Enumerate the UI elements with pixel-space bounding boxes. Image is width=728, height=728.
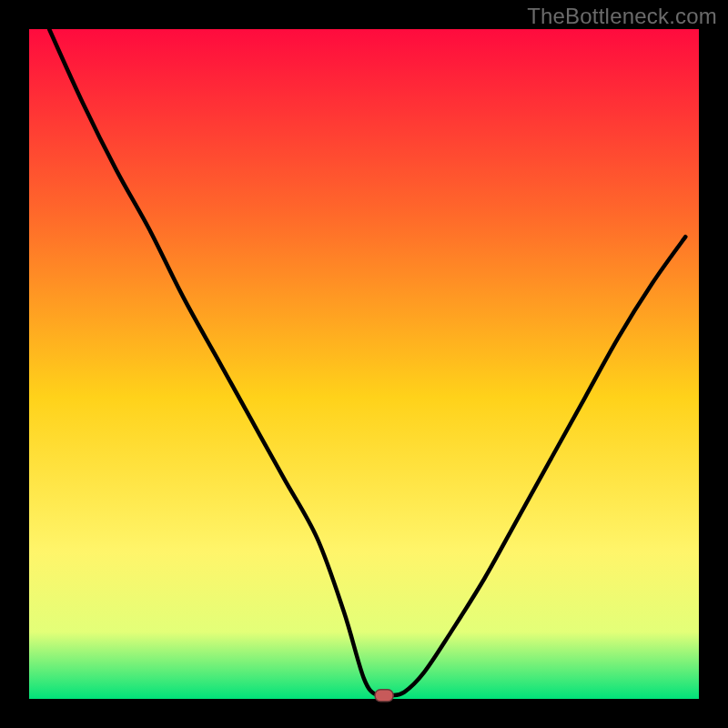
bottleneck-chart bbox=[0, 0, 728, 728]
chart-frame: { "watermark": "TheBottleneck.com", "col… bbox=[0, 0, 728, 728]
minimum-marker bbox=[375, 690, 393, 702]
watermark-text: TheBottleneck.com bbox=[527, 4, 717, 29]
gradient-background bbox=[29, 29, 699, 699]
